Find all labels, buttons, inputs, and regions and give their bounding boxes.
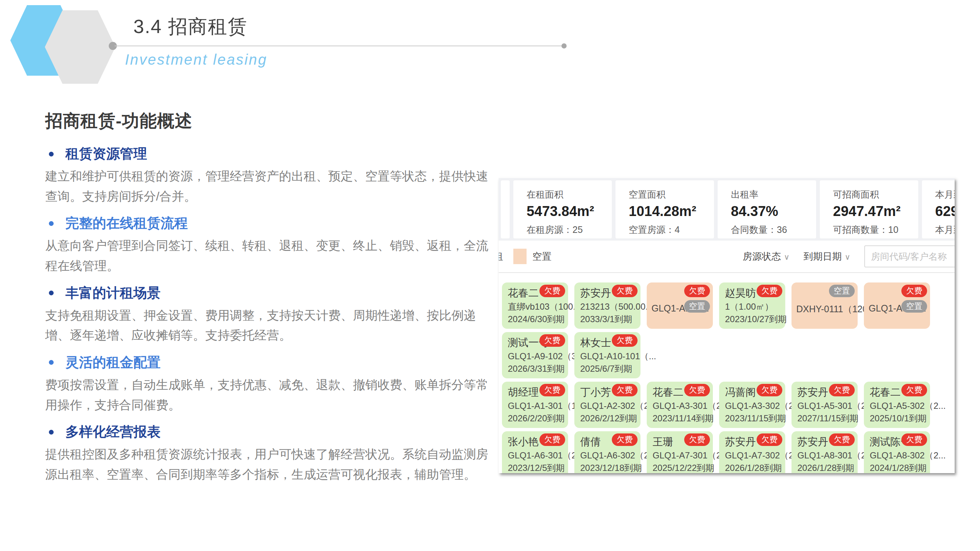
room-detail-line: GLQ1-A7-302（2...: [725, 449, 801, 461]
room-expiry-date: 2026/2/20到期: [508, 413, 565, 424]
bullet-label-row: 丰富的计租场景: [49, 284, 496, 302]
bullet-dot: [49, 360, 54, 365]
room-search-input[interactable]: [864, 245, 955, 267]
room-detail-line: GLQ1-A1-301（1...: [508, 400, 584, 412]
room-expiry-date: 2023/12/18到期: [580, 462, 642, 473]
stat-value: 2947.47m²: [833, 203, 918, 219]
room-detail-line: GLQ1-A8-302（2...: [870, 449, 946, 461]
slide-title: 3.4 招商租赁: [134, 14, 248, 40]
filter-expiry-date[interactable]: 到期日期∨: [803, 250, 850, 263]
stat-sub: 可招商数量：10: [833, 224, 918, 236]
room-expiry-date: 2025/10/1到期: [870, 413, 927, 424]
room-card[interactable]: 丁小芳GLQ1-A2-302（2...2026/2/12到期欠费: [574, 382, 641, 428]
room-tenant-name: 冯蔷阁: [725, 385, 756, 399]
room-card[interactable]: 倩倩GLQ1-A6-302（2...2023/12/18到期欠费: [574, 431, 641, 473]
legend-vacant-swatch: [513, 249, 527, 264]
room-detail-line: GLQ1-A9-102（3...: [508, 351, 584, 362]
room-detail-line: 直绑vb103（100....: [508, 301, 583, 313]
room-tenant-name: 苏安丹: [580, 286, 611, 300]
room-card[interactable]: 张小艳GLQ1-A6-301（2...2023/12/5到期欠费: [502, 431, 568, 473]
stat-sub: 本月到: [935, 224, 955, 236]
rule-right-dot: [562, 43, 566, 49]
room-detail-line: 1（1.00㎡）: [725, 301, 773, 313]
room-tenant-name: 倩倩: [580, 435, 601, 449]
bullet-label-row: 灵活的租金配置: [49, 354, 496, 372]
room-card[interactable]: 苏安丹GLQ1-A8-301（2...2026/1/28到期欠费: [792, 431, 858, 473]
bullet-label: 租赁资源管理: [65, 145, 147, 163]
room-expiry-date: 2026/2/12到期: [580, 413, 637, 424]
section-heading: 招商租赁-功能概述: [45, 110, 496, 133]
room-expiry-date: 2025/6/7到期: [580, 363, 632, 375]
room-expiry-date: 2026/1/28到期: [725, 462, 782, 473]
bullet-label: 丰富的计租场景: [65, 284, 161, 302]
room-card[interactable]: 冯蔷阁GLQ1-A3-302（2...2023/11/15到期欠费: [719, 382, 785, 428]
room-expiry-date: 2023/11/15到期: [725, 413, 786, 424]
room-expiry-date: 2026/3/31到期: [508, 363, 565, 375]
room-card[interactable]: 花春二GLQ1-A5-302（2...2025/10/1到期欠费: [864, 382, 930, 428]
room-detail-line: GLQ1-A8-301（2...: [797, 449, 873, 461]
room-card[interactable]: 测试一号GLQ1-A9-102（3...2026/3/31到期欠费: [502, 332, 568, 378]
bullet-label-row: 租赁资源管理: [49, 145, 496, 163]
room-expiry-date: 2023/12/5到期: [508, 462, 565, 473]
owe-badge: 欠费: [757, 384, 782, 396]
chevron-down-icon: ∨: [784, 253, 789, 261]
chevron-down-icon: ∨: [845, 253, 850, 261]
room-tenant-name: 赵昊昉: [725, 286, 756, 300]
room-detail-line: GLQ1-A2-302（2...: [580, 400, 656, 412]
room-card[interactable]: 苏安丹GLQ1-A5-301（2...2027/11/15到期欠费: [792, 382, 858, 428]
stat-value: 5473.84m²: [527, 203, 612, 219]
stat-label: 出租率: [731, 189, 816, 200]
room-tenant-name: 张小艳: [508, 435, 539, 449]
owe-badge: 欠费: [757, 433, 782, 446]
stat-label: 在租面积: [527, 189, 612, 200]
room-tenant-name: 花春二: [870, 385, 900, 399]
owe-badge: 欠费: [612, 285, 638, 297]
room-card[interactable]: 赵昊昉1（1.00㎡）2023/10/27到期欠费: [719, 283, 785, 329]
room-tenant-name: 王珊: [652, 435, 673, 449]
stat-sub: 合同数量：36: [731, 224, 816, 236]
bullet-dot: [49, 291, 54, 295]
room-card[interactable]: GLQ1-A1-101欠费空置: [647, 283, 713, 329]
owe-badge: 欠费: [612, 384, 638, 396]
room-card[interactable]: GLQ1-A9-101欠费空置: [864, 283, 930, 329]
room-tenant-name: 丁小芳: [580, 385, 611, 399]
room-card[interactable]: 花春二直绑vb103（100....2024/6/30到期欠费: [502, 283, 568, 329]
owe-badge: 欠费: [684, 433, 710, 446]
stat-card: 出租率84.37%合同数量：36: [718, 180, 816, 238]
room-expiry-date: 2033/3/1到期: [580, 313, 632, 325]
room-tenant-name: 苏安丹: [725, 435, 756, 449]
room-card[interactable]: 王珊GLQ1-A7-301（2...2025/12/22到期欠费: [647, 431, 713, 473]
room-card[interactable]: 苏安丹213213（500.00...2033/3/1到期欠费: [574, 283, 641, 329]
stat-label: 空置面积: [629, 189, 714, 200]
bullet-label: 灵活的租金配置: [65, 354, 161, 372]
room-card[interactable]: DXHY-0111（120...空置: [792, 283, 858, 329]
room-detail-line: GLQ1-A6-302（2...: [580, 449, 656, 461]
stat-card: 本月到6295本月到: [922, 180, 955, 238]
slide: 3.4 招商租赁 Investment leasing 招商租赁-功能概述 租赁…: [0, 0, 980, 551]
stat-value: 84.37%: [731, 203, 816, 219]
bullet-body-text: 费项按需设置，自动生成账单，支持优惠、减免、退款、撤销收费、账单拆分等常用操作，…: [45, 375, 496, 415]
owe-badge: 欠费: [901, 285, 927, 297]
stat-card: 空置面积1014.28m²空置房源：4: [616, 180, 714, 238]
room-expiry-date: 2024/6/30到期: [508, 313, 565, 325]
owe-badge: 欠费: [901, 384, 927, 396]
vacant-badge: 空置: [901, 300, 927, 313]
room-card[interactable]: 花春二GLQ1-A3-301（2...2023/11/14到期欠费: [647, 382, 713, 428]
owe-badge: 欠费: [612, 334, 638, 347]
bullet-label: 完整的在线租赁流程: [65, 214, 188, 232]
room-card[interactable]: 苏安丹GLQ1-A7-302（2...2026/1/28到期欠费: [719, 431, 785, 473]
filter-room-status[interactable]: 房源状态∨: [743, 250, 789, 263]
room-detail-line: GLQ1-A7-301（2...: [652, 449, 729, 461]
stat-sub: 在租房源：25: [527, 224, 612, 236]
room-card[interactable]: 林女士GLQ1-A10-101（...2025/6/7到期欠费: [574, 332, 641, 378]
room-expiry-date: 2024/1/28到期: [870, 462, 927, 473]
bullet-label: 多样化经营报表: [65, 423, 161, 441]
room-card[interactable]: 胡经理GLQ1-A1-301（1...2026/2/20到期欠费: [502, 382, 568, 428]
room-detail-line: GLQ1-A5-301（2...: [797, 400, 873, 412]
bullet-label-row: 多样化经营报表: [49, 423, 496, 441]
room-tenant-name: 花春二: [508, 286, 539, 300]
room-detail-line: GLQ1-A6-301（2...: [508, 449, 584, 461]
room-card[interactable]: 测试陈一GLQ1-A8-302（2...2024/1/28到期欠费: [864, 431, 930, 473]
rule-line: [115, 46, 564, 46]
room-tenant-name: 胡经理: [508, 385, 539, 399]
